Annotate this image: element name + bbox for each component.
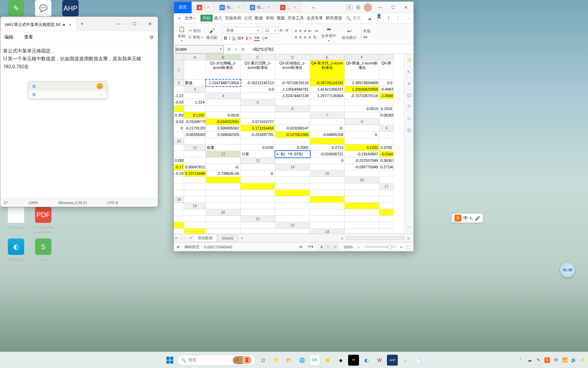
cell[interactable]: [241, 222, 275, 229]
align-justify-icon[interactable]: ≡: [308, 35, 311, 40]
cell[interactable]: [379, 99, 394, 106]
other-explorer-icon[interactable]: 📂: [283, 355, 294, 366]
suggest-nav-icon[interactable]: ‹ ›: [100, 93, 103, 96]
desktop-icon[interactable]: ◐稻壳阅读器: [4, 239, 28, 261]
add-sheet-button[interactable]: +: [238, 235, 246, 241]
column-header[interactable]: [174, 54, 184, 60]
suggest-item[interactable]: B 🐱: [29, 82, 107, 91]
capcut-icon[interactable]: ✂: [348, 355, 359, 366]
font-size-select[interactable]: 11▾: [263, 27, 278, 34]
cell[interactable]: [184, 151, 206, 157]
cell[interactable]: [310, 177, 345, 183]
tray-volume-icon[interactable]: 🔊: [571, 357, 576, 363]
column-header[interactable]: C: [241, 54, 275, 60]
cell[interactable]: 0.27149377: [379, 164, 394, 170]
maximize-button[interactable]: ☐: [127, 17, 142, 31]
desktop-icon[interactable]: 💬: [31, 0, 55, 18]
clear-format-button[interactable]: ◇▾: [262, 35, 267, 41]
tray-battery-icon[interactable]: ⚡: [580, 357, 585, 363]
hscroll-left-icon[interactable]: ◄: [337, 236, 346, 240]
wps-doc-tab[interactable]: W地...✕: [215, 2, 245, 13]
cell[interactable]: 0: [174, 125, 184, 132]
cell[interactable]: 1.33630620956: [345, 86, 379, 93]
reading-mode-icon[interactable]: ⊕: [177, 245, 180, 249]
cell[interactable]: [275, 112, 310, 119]
cell[interactable]: [310, 203, 345, 209]
cell[interactable]: [206, 216, 241, 222]
cell[interactable]: 3.73962E-05: [206, 170, 241, 177]
tray-draw-icon[interactable]: ✎: [536, 357, 541, 363]
cell[interactable]: [310, 119, 345, 125]
sheet-tab-active[interactable]: 原始数据: [193, 234, 217, 242]
cell[interactable]: 0.3585: [174, 112, 184, 119]
zoom-in-icon[interactable]: +: [400, 245, 402, 249]
cell[interactable]: [275, 119, 310, 125]
menu-item[interactable]: 稻壳资源: [324, 15, 343, 21]
cell[interactable]: [379, 190, 394, 196]
row-header[interactable]: 18: [174, 196, 184, 203]
cell[interactable]: [275, 229, 310, 233]
cell[interactable]: [174, 177, 184, 183]
sidepanel-help-icon[interactable]: ?: [408, 104, 410, 109]
wps-doc-tab[interactable]: 首页: [174, 2, 192, 13]
cell[interactable]: [379, 119, 394, 125]
settings-icon[interactable]: ⚙: [149, 34, 154, 40]
cell[interactable]: [379, 138, 394, 144]
tab-count-badge[interactable]: 5: [346, 5, 353, 10]
cell[interactable]: [184, 222, 206, 229]
cell[interactable]: [345, 138, 379, 144]
cell[interactable]: [379, 132, 394, 138]
cell[interactable]: [275, 170, 310, 177]
cell[interactable]: [275, 196, 310, 203]
ime-toolbar[interactable]: S 中 •, 🎤: [452, 213, 483, 223]
cell[interactable]: -1.22474487139: [275, 93, 310, 99]
formula-input[interactable]: =B2*0.0782: [250, 47, 413, 52]
row-header[interactable]: 7: [310, 112, 345, 119]
cell[interactable]: [310, 106, 345, 112]
sheet-last-icon[interactable]: ⇥: [187, 236, 193, 240]
notepad-textarea[interactable]: 算公式中某单元格固定， 计算一个单元格中数值是，比如我直接用数值去乘，其实我单元…: [0, 43, 158, 75]
wps-doc-tab[interactable]: ◆✕: [192, 2, 215, 13]
sidepanel-ai-icon[interactable]: ✨: [406, 58, 412, 63]
todesk-icon[interactable]: ◐: [361, 355, 372, 366]
cell[interactable]: -0.93741001783: [174, 99, 184, 106]
cell[interactable]: -0.26726124191: [310, 80, 345, 86]
cell[interactable]: -0.023268147: [275, 125, 310, 132]
menu-item[interactable]: 公式: [243, 15, 254, 21]
cell[interactable]: -0.237557049: [345, 157, 379, 164]
row-header[interactable]: 19: [184, 203, 206, 209]
cell[interactable]: [174, 151, 184, 157]
cell[interactable]: [241, 177, 275, 183]
search-box[interactable]: 🔍 查找: [346, 15, 361, 21]
cell[interactable]: [174, 229, 184, 233]
cell[interactable]: [379, 229, 394, 233]
hscroll-right-icon[interactable]: ►: [404, 236, 413, 240]
cell[interactable]: [345, 190, 379, 196]
fx-icon[interactable]: fx: [241, 47, 247, 52]
ime-suggest-box[interactable]: B 🐱 B ‹ ›: [28, 81, 107, 99]
cell[interactable]: 0.171314456: [241, 125, 275, 132]
cell[interactable]: 0.2713: [310, 144, 345, 151]
app-icon-1[interactable]: ⬢: [322, 355, 333, 366]
minimize-button[interactable]: —: [111, 17, 127, 31]
cell[interactable]: [206, 203, 241, 209]
cell[interactable]: 0.0519: [206, 112, 241, 119]
cell[interactable]: [345, 99, 379, 106]
notepad-taskbar-icon[interactable]: 📄: [413, 355, 424, 366]
sidepanel-robot-icon[interactable]: ☺: [406, 116, 411, 121]
indent-dec-icon[interactable]: ⇤: [308, 28, 312, 33]
file-menu[interactable]: 文件▾: [183, 15, 198, 21]
decrease-font-icon[interactable]: A⁻: [285, 28, 290, 33]
cell[interactable]: [275, 157, 310, 164]
cell[interactable]: [174, 144, 184, 151]
share-person-icon[interactable]: 👤⁺: [376, 16, 382, 21]
cell[interactable]: -0.: [310, 125, 345, 132]
sheet-tab-other[interactable]: Sheet1: [217, 235, 238, 242]
cell[interactable]: [310, 183, 345, 190]
view-break-icon[interactable]: ⊡: [332, 244, 339, 250]
cell[interactable]: [206, 99, 241, 106]
cell[interactable]: [184, 157, 206, 164]
row-header[interactable]: 13: [241, 157, 275, 164]
clock-widget[interactable]: 01:30: [560, 262, 575, 277]
font-color-button[interactable]: A▾: [254, 35, 260, 41]
